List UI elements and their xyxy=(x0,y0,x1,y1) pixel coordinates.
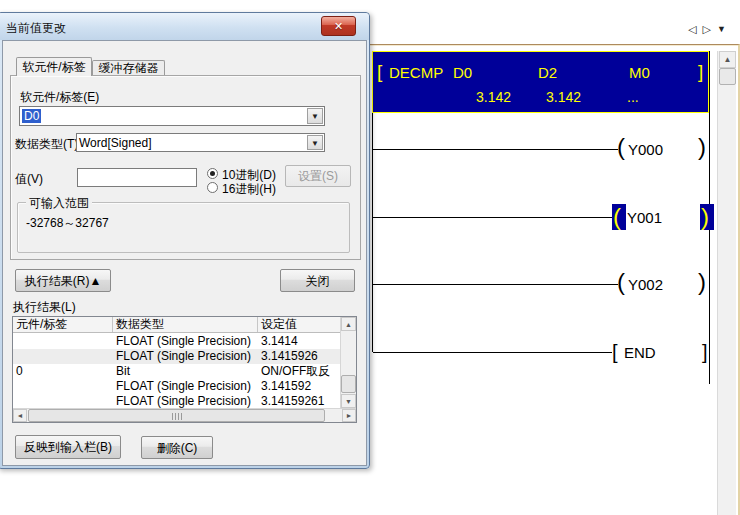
coil-y001-open: ( xyxy=(613,205,621,229)
radio-decimal[interactable] xyxy=(207,168,218,179)
ladder-editor[interactable]: [ DECMP D0 D2 M0 ] 3.142 3.142 ... ( Y00… xyxy=(362,44,740,515)
dialog-title: 当前值更改 xyxy=(6,20,66,37)
decmp-instruction-block[interactable]: [ DECMP D0 D2 M0 ] 3.142 3.142 ... xyxy=(372,51,709,113)
coil-y002-open: ( xyxy=(617,270,625,294)
nav-next-icon[interactable]: ▷ xyxy=(702,24,710,35)
scroll-thumb[interactable] xyxy=(719,68,736,85)
execution-result-table[interactable]: 元件/标签 数据类型 设定值 FLOAT (Single Precision) … xyxy=(12,316,357,423)
coil-y001-label[interactable]: Y001 xyxy=(627,209,662,226)
coil-y002-close: ) xyxy=(698,270,706,294)
reflect-to-input-button[interactable]: 反映到输入栏(B) xyxy=(15,435,121,459)
value-caption: 值(V) xyxy=(15,171,43,188)
decmp-open-bracket: [ xyxy=(377,61,382,83)
tab-page: 软元件/标签(E) D0 ▼ 数据类型(T) Word[Signed] ▼ 值(… xyxy=(10,75,361,260)
device-label-caption: 软元件/标签(E) xyxy=(20,89,99,106)
rung-line-y000 xyxy=(373,149,618,150)
cell-device xyxy=(13,334,113,349)
tab-device-label[interactable]: 软元件/标签 xyxy=(16,57,92,76)
table-header-row: 元件/标签 数据类型 设定值 xyxy=(13,317,340,333)
set-button[interactable]: 设置(S) xyxy=(285,165,351,187)
nav-prev-icon[interactable]: ◁ xyxy=(688,24,696,35)
cell-datatype: Bit xyxy=(113,364,258,379)
header-set-value[interactable]: 设定值 xyxy=(258,317,340,332)
datatype-combobox-value: Word[Signed] xyxy=(79,136,152,150)
cell-set-value: ON/OFF取反 xyxy=(258,364,340,379)
decmp-operand-2: D2 xyxy=(538,64,557,81)
end-close-bracket: ] xyxy=(702,342,708,362)
decmp-monitor-value-3: ... xyxy=(627,89,639,105)
chevron-down-icon[interactable]: ▼ xyxy=(307,135,323,150)
cell-set-value: 3.1415926 xyxy=(258,349,340,364)
tab-buffer-memory[interactable]: 缓冲存储器 xyxy=(92,60,165,76)
rung-line-y001 xyxy=(373,217,612,218)
cell-device xyxy=(13,349,113,364)
dialog-client-area: 软元件/标签 缓冲存储器 软元件/标签(E) D0 ▼ 数据类型(T) Word… xyxy=(2,40,367,466)
change-current-value-dialog: 当前值更改 ✕ 软元件/标签 缓冲存储器 软元件/标签(E) D0 ▼ 数据类型… xyxy=(0,12,370,469)
table-row[interactable]: FLOAT (Single Precision) 3.1414 xyxy=(13,334,340,349)
scroll-up-button[interactable]: ▲ xyxy=(341,317,356,331)
cell-device xyxy=(13,394,113,409)
cell-datatype: FLOAT (Single Precision) xyxy=(113,334,258,349)
cell-set-value: 3.141592 xyxy=(258,379,340,394)
table-row[interactable]: FLOAT (Single Precision) 3.141592 xyxy=(13,379,340,394)
device-combobox[interactable]: D0 ▼ xyxy=(19,106,325,126)
cell-datatype: FLOAT (Single Precision) xyxy=(113,349,258,364)
scroll-left-button[interactable]: ◄ xyxy=(13,409,27,422)
decmp-monitor-value-2: 3.142 xyxy=(546,89,581,105)
device-combobox-value: D0 xyxy=(22,109,41,123)
cell-datatype: FLOAT (Single Precision) xyxy=(113,379,258,394)
scroll-thumb[interactable] xyxy=(341,375,356,393)
scroll-down-button[interactable]: ▼ xyxy=(341,394,356,408)
close-button[interactable]: 关闭 xyxy=(280,269,355,292)
table-horizontal-scrollbar[interactable]: ◄ ► xyxy=(13,408,356,422)
mdi-nav: ◁ ▷ ▼ xyxy=(688,20,738,38)
coil-y000-label[interactable]: Y000 xyxy=(628,141,663,158)
header-datatype[interactable]: 数据类型 xyxy=(113,317,258,332)
execution-result-label: 执行结果(L) xyxy=(13,299,76,316)
coil-y001-close: ) xyxy=(701,205,709,229)
radio-hexadecimal[interactable] xyxy=(207,182,218,193)
coil-y000-close: ) xyxy=(698,135,706,159)
scroll-right-button[interactable]: ► xyxy=(342,409,356,422)
rung-line-y002 xyxy=(373,284,618,285)
scroll-up-button[interactable]: ▲ xyxy=(719,51,736,68)
table-row[interactable]: FLOAT (Single Precision) 3.1415926 xyxy=(13,349,340,364)
end-instruction[interactable]: END xyxy=(624,344,656,361)
app-window: ◁ ▷ ▼ [ DECMP D0 D2 M0 ] 3.142 3.142 ...… xyxy=(0,0,740,515)
decmp-instruction: DECMP xyxy=(389,64,443,81)
datatype-caption: 数据类型(T) xyxy=(15,136,78,153)
thumb-grip xyxy=(172,413,182,420)
coil-y001-close-highlight[interactable]: ) xyxy=(700,204,714,230)
header-device-label[interactable]: 元件/标签 xyxy=(13,317,113,332)
decmp-close-bracket: ] xyxy=(698,61,703,83)
nav-menu-icon[interactable]: ▼ xyxy=(717,25,726,34)
cell-set-value: 3.14159261 xyxy=(258,394,340,409)
input-range-group: 可输入范围 -32768～32767 xyxy=(17,202,350,253)
editor-vertical-scrollbar[interactable]: ▲ xyxy=(717,51,736,515)
rung-line-end xyxy=(373,352,612,353)
delete-button[interactable]: 删除(C) xyxy=(141,436,213,459)
decmp-monitor-value-1: 3.142 xyxy=(476,89,511,105)
table-vertical-scrollbar[interactable]: ▲ ▼ xyxy=(340,317,356,408)
input-range-caption: 可输入范围 xyxy=(26,195,92,212)
coil-y001-open-highlight[interactable]: ( xyxy=(612,204,626,230)
scroll-thumb[interactable] xyxy=(28,409,325,422)
chevron-down-icon[interactable]: ▼ xyxy=(307,108,323,124)
datatype-combobox[interactable]: Word[Signed] ▼ xyxy=(76,133,325,152)
execution-result-toggle-button[interactable]: 执行结果(R)▲ xyxy=(15,269,111,292)
value-input[interactable] xyxy=(77,168,197,187)
table-row[interactable]: FLOAT (Single Precision) 3.14159261 xyxy=(13,394,340,409)
decmp-operand-1: D0 xyxy=(453,64,472,81)
input-range-text: -32768～32767 xyxy=(26,215,109,232)
decmp-operand-3: M0 xyxy=(629,64,650,81)
cell-set-value: 3.1414 xyxy=(258,334,340,349)
cell-device: 0 xyxy=(13,364,113,379)
table-row[interactable]: 0 Bit ON/OFF取反 xyxy=(13,364,340,379)
dialog-titlebar[interactable]: 当前值更改 ✕ xyxy=(0,13,369,40)
cell-datatype: FLOAT (Single Precision) xyxy=(113,394,258,409)
radio-hexadecimal-label[interactable]: 16进制(H) xyxy=(222,181,276,198)
coil-y002-label[interactable]: Y002 xyxy=(628,276,663,293)
end-open-bracket: [ xyxy=(612,342,618,362)
coil-y000-open: ( xyxy=(617,135,625,159)
close-icon[interactable]: ✕ xyxy=(321,16,356,36)
